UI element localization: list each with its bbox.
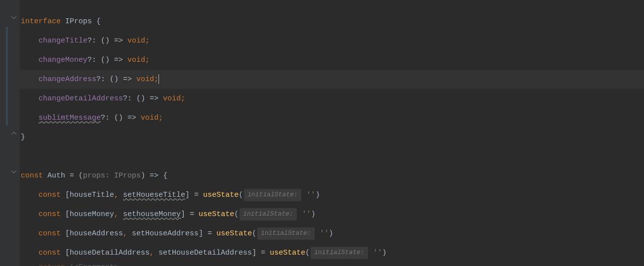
function-call: useState: [203, 189, 239, 201]
parameter-hint: initialState:: [311, 247, 367, 259]
code-line[interactable]: changeTitle?: () => void;: [20, 31, 644, 50]
code-line[interactable]: const [houseTitle, setHoueseTitle] = use…: [20, 185, 644, 205]
function-call: useState: [216, 228, 252, 240]
code-line[interactable]: }: [20, 128, 644, 147]
code-editor[interactable]: interface IProps { changeTitle?: () => v…: [20, 0, 644, 266]
code-line[interactable]: const [houseMoney, sethouseMoney] = useS…: [20, 205, 644, 224]
code-line[interactable]: interface IProps {: [20, 12, 644, 31]
property-name: changeTitle: [39, 35, 87, 47]
property-name-typo: sublimtMessage: [39, 112, 101, 124]
fold-toggle-icon[interactable]: [11, 169, 17, 175]
keyword: interface: [21, 16, 61, 28]
code-line[interactable]: changeDetailAddress?: () => void;: [20, 89, 644, 108]
type-name: IProps: [65, 16, 92, 28]
parameter-hint: initialState:: [244, 189, 301, 201]
code-line[interactable]: changeMoney?: () => void;: [20, 50, 644, 70]
function-call: useState: [270, 247, 305, 259]
keyword: const: [21, 170, 43, 182]
code-line-cutoff[interactable]: return (<Fragment>: [20, 263, 644, 266]
code-line[interactable]: const [houseAddress, setHouseAddress] = …: [20, 224, 644, 243]
identifier-typo: sethouseMoney: [123, 209, 181, 221]
code-line[interactable]: sublimtMessage?: () => void;: [20, 108, 644, 128]
change-marker: [6, 27, 8, 126]
const-name: Auth: [43, 170, 70, 182]
editor-gutter: [0, 0, 20, 266]
code-line[interactable]: const Auth = (props: IProps) => {: [20, 166, 644, 185]
function-call: useState: [199, 209, 234, 221]
text-caret: [159, 74, 159, 84]
param-name: props: [83, 170, 105, 182]
parameter-hint: initialState:: [257, 227, 314, 240]
identifier-typo: setHoueseTitle: [123, 189, 185, 201]
property-name: changeAddress: [39, 74, 96, 86]
code-line-empty[interactable]: [20, 147, 644, 166]
property-name: changeMoney: [39, 54, 87, 66]
parameter-hint: initialState:: [240, 208, 296, 221]
brace: }: [21, 132, 25, 143]
property-name: changeDetailAddress: [39, 93, 123, 105]
brace: {: [92, 16, 101, 28]
fold-toggle-icon[interactable]: [11, 15, 17, 21]
code-line-current[interactable]: changeAddress?: () => void;: [20, 70, 644, 89]
code-line[interactable]: const [houseDetailAddress, setHouseDetai…: [20, 243, 644, 263]
fold-toggle-icon[interactable]: [11, 131, 17, 136]
